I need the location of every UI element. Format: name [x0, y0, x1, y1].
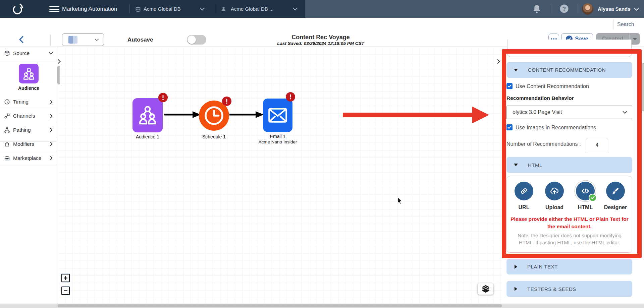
- search-divider: [613, 19, 613, 29]
- sidebar-item-modifiers[interactable]: Modifiers: [0, 137, 57, 151]
- node-label: Email 1: [258, 134, 298, 139]
- layout-dropdown-button[interactable]: [62, 33, 104, 46]
- autosave-toggle[interactable]: [187, 35, 206, 45]
- user-name[interactable]: Alyssa Sands: [598, 0, 631, 18]
- sidebar-item-source[interactable]: Source: [0, 47, 57, 60]
- section-header-html[interactable]: HTML: [506, 157, 632, 173]
- voyage-canvas[interactable]: [58, 47, 502, 304]
- caret-down-icon: [514, 164, 518, 166]
- sidebar-item-label: Modifiers: [13, 141, 34, 147]
- error-badge-icon[interactable]: [158, 93, 168, 102]
- app-logo-icon[interactable]: [10, 2, 25, 16]
- svg-text:?: ?: [562, 6, 566, 12]
- toolbar-divider: [50, 34, 51, 46]
- section-header-testers-seeds[interactable]: TESTERS & SEEDS: [506, 281, 632, 297]
- back-button[interactable]: [17, 35, 26, 44]
- caret-down-icon: [514, 69, 518, 71]
- panel-collapse-chevron-icon[interactable]: [497, 59, 500, 64]
- help-icon[interactable]: ?: [560, 4, 569, 13]
- person-icon: [221, 6, 226, 12]
- use-content-recommendation-checkbox[interactable]: [506, 83, 513, 89]
- section-header-plain-text[interactable]: PLAIN TEXT: [506, 259, 632, 274]
- chevron-right-icon: [50, 142, 53, 146]
- panel-vertical-scrollbar[interactable]: [642, 63, 644, 111]
- layers-button[interactable]: [478, 283, 493, 295]
- section-header-label: TESTERS & SEEDS: [527, 286, 576, 292]
- designer-circle: [606, 182, 625, 200]
- autosave-label: Autosave: [127, 34, 153, 46]
- chevron-right-icon: [50, 128, 53, 132]
- node-audience-1[interactable]: [132, 98, 163, 132]
- notifications-bell-icon[interactable]: [533, 4, 541, 13]
- sidebar-item-label: Marketplace: [13, 155, 41, 161]
- sidebar-item-channels[interactable]: Channels: [0, 109, 57, 123]
- node-email-1[interactable]: [263, 99, 292, 132]
- email-envelope-icon: [268, 108, 287, 123]
- number-of-recommendations-label: Number of Recommendations :: [506, 141, 581, 147]
- navbar-divider: [578, 4, 578, 13]
- html-circle: [576, 182, 595, 200]
- html-option-label: HTML: [570, 204, 600, 210]
- selected-check-badge-icon: [589, 194, 597, 202]
- recommendation-behavior-select[interactable]: olytics 3.0 Page Visit: [506, 106, 632, 119]
- search-link[interactable]: Search: [617, 20, 641, 29]
- checkbox-label: Use Images in Recommendations: [516, 125, 596, 131]
- audience-people-icon: [138, 105, 157, 126]
- user-avatar[interactable]: [582, 3, 593, 15]
- number-of-recommendations-input[interactable]: [586, 139, 608, 151]
- audience-people-icon: [22, 67, 36, 80]
- error-badge-icon[interactable]: [222, 97, 231, 106]
- user-menu-chevron-down-icon[interactable]: [634, 8, 639, 11]
- caret-down-icon[interactable]: [633, 38, 637, 40]
- sidebar-item-label: Source: [13, 50, 30, 56]
- zoom-out-button[interactable]: [61, 287, 70, 295]
- sidebar-item-label: Channels: [13, 113, 35, 119]
- html-option-label: Upload: [539, 204, 570, 210]
- previous-section-card: [507, 40, 632, 57]
- chevron-down-icon: [200, 8, 205, 11]
- canvas-left-scrollbar[interactable]: [57, 66, 60, 84]
- layers-icon: [481, 285, 491, 294]
- chevron-right-icon: [50, 156, 53, 160]
- use-images-checkbox[interactable]: [506, 124, 513, 130]
- sidebar-item-marketplace[interactable]: Marketplace: [0, 151, 57, 165]
- html-option-upload[interactable]: Upload: [539, 182, 570, 210]
- html-option-designer[interactable]: Designer: [600, 182, 631, 210]
- html-warning-text: Please provide either the HTML or Plain …: [509, 215, 630, 230]
- html-option-label: URL: [509, 204, 539, 210]
- link-icon: [520, 187, 528, 195]
- annotation-arrow: [342, 106, 490, 124]
- chevron-right-icon: [50, 114, 53, 118]
- html-option-url[interactable]: URL: [509, 182, 539, 210]
- product-title: Marketing Automation: [62, 0, 117, 18]
- url-circle: [515, 182, 533, 200]
- node-label: Audience 1: [131, 134, 164, 139]
- page-title: Content Rec Voyage: [237, 34, 405, 41]
- check-icon: [507, 84, 512, 88]
- sidebar-collapse-chevron-icon[interactable]: [58, 59, 61, 64]
- audience-tool[interactable]: [19, 64, 39, 83]
- chevron-right-icon: [50, 100, 53, 104]
- sidebar-item-timing[interactable]: Timing: [0, 95, 57, 109]
- hamburger-menu-icon[interactable]: [49, 6, 59, 12]
- section-header-content-recommendation[interactable]: CONTENT RECOMMENDATION: [506, 62, 632, 78]
- chevron-down-icon: [623, 111, 627, 114]
- html-option-label: Designer: [600, 204, 631, 210]
- sidebar-item-label: Pathing: [13, 127, 31, 133]
- database-icon: [135, 6, 141, 12]
- sidebar-item-pathing[interactable]: Pathing: [0, 123, 57, 137]
- recommendation-behavior-label: Recommendation Behavior: [506, 95, 574, 101]
- horizontal-scrollbar-thumb[interactable]: [58, 304, 502, 307]
- flow-connector-arrow: [164, 111, 201, 119]
- zoom-in-button[interactable]: [61, 274, 70, 282]
- error-badge-icon[interactable]: [286, 92, 295, 102]
- profile-dropdown-label[interactable]: Acme Global DB ...: [231, 0, 274, 18]
- clock-icon: [4, 99, 10, 105]
- last-saved-timestamp: Last Saved: 03/29/2024 12:19:05 PM CST: [237, 41, 405, 46]
- chevron-down-icon: [95, 39, 99, 41]
- database-dropdown-label[interactable]: Acme Global DB: [144, 0, 181, 18]
- html-option-html[interactable]: HTML: [570, 182, 600, 210]
- chevron-down-icon: [293, 8, 298, 11]
- navbar-divider: [215, 4, 215, 13]
- html-note-text: Note: the Designer does not support modi…: [511, 232, 628, 246]
